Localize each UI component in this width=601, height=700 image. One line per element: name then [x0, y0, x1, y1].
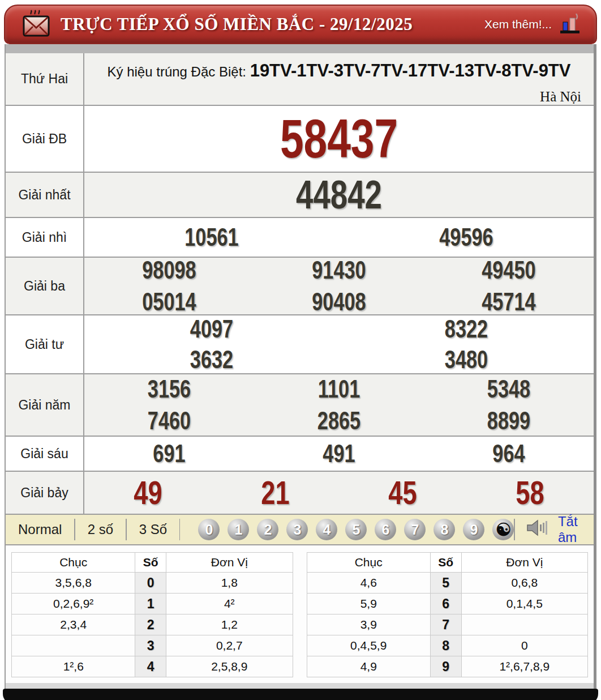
tens-cell: 3,9 — [307, 614, 430, 635]
units-cell: 1,2 — [166, 614, 293, 635]
mode-normal-button[interactable]: Normal — [6, 522, 74, 537]
province-name: Hà Nội — [84, 81, 594, 105]
bar-chart-icon[interactable] — [559, 14, 581, 35]
units-cell: 0 — [461, 635, 587, 656]
prize-row-nam: Giải năm 3156 1101 5348 7460 2865 8899 — [6, 374, 594, 436]
tens-cell: 4,6 — [307, 573, 430, 594]
stats-header-row: Chục Số Đơn Vị — [307, 553, 588, 573]
ball-7[interactable]: 7 — [404, 519, 426, 540]
info-row: Thứ Hai Ký hiệu trúng Đặc Biệt: 19TV-1TV… — [6, 53, 594, 105]
stats-row: 3,5,6,8 0 1,8 — [12, 573, 293, 594]
digit-cell: 2 — [135, 614, 166, 635]
digit-cell: 3 — [135, 635, 166, 656]
stats-row: 3,9 7 — [307, 614, 588, 635]
prize-number: 1101 — [273, 377, 405, 402]
tens-cell: 0,2,6,9² — [12, 594, 135, 614]
col-header-tens: Chục — [307, 553, 430, 573]
mute-button[interactable]: Tắt âm — [526, 514, 580, 545]
tens-cell: 5,9 — [307, 594, 430, 614]
prize-number: 691 — [103, 441, 235, 466]
ball-6[interactable]: 6 — [375, 519, 396, 540]
main-panel: Thứ Hai Ký hiệu trúng Đặc Biệt: 19TV-1TV… — [5, 44, 596, 689]
yin-yang-icon[interactable]: ☯ — [492, 519, 514, 540]
see-more-link[interactable]: Xem thêm!... — [484, 18, 552, 31]
tens-cell: 4,9 — [307, 656, 430, 677]
col-header-digit: Số — [430, 553, 461, 573]
prize-row-sau: Giải sáu 691 491 964 — [6, 436, 594, 471]
prize-number: 91430 — [273, 258, 405, 283]
digit-cell: 4 — [135, 656, 166, 677]
stats-row: 4,6 5 0,6,8 — [307, 573, 588, 594]
mode-3so-button[interactable]: 3 Số — [127, 522, 179, 537]
digit-cell: 0 — [135, 573, 166, 594]
prize-number: 4097 — [113, 317, 311, 342]
digit-cell: 8 — [430, 635, 461, 656]
prize-number: 49 — [98, 476, 198, 509]
stats-row: 5,9 6 0,1,4,5 — [307, 594, 588, 614]
prize-number: 45714 — [443, 289, 575, 314]
mode-2so-button[interactable]: 2 số — [75, 522, 126, 537]
col-header-units: Đơn Vị — [461, 553, 587, 573]
speaker-icon — [526, 519, 552, 540]
special-sign-value: 19TV-1TV-3TV-7TV-17TV-13TV-8TV-9TV — [250, 61, 571, 80]
digit-cell: 7 — [430, 614, 461, 635]
footer-strip — [6, 683, 594, 689]
prize-number: 5348 — [443, 377, 575, 402]
tens-cell: 2,3,4 — [12, 614, 135, 635]
prize-number: 44842 — [140, 175, 538, 215]
tens-cell: 3,5,6,8 — [12, 573, 135, 594]
prize-row-nhi: Giải nhì 10561 49596 — [6, 217, 594, 257]
bottom-bar — [3, 689, 598, 700]
ball-5[interactable]: 5 — [345, 519, 367, 540]
units-cell: 2,5,8,9 — [166, 656, 293, 677]
prize-label: Giải ba — [6, 257, 84, 315]
envelope-icon — [21, 9, 51, 40]
prize-label: Giải sáu — [6, 436, 84, 471]
ball-4[interactable]: 4 — [316, 519, 337, 540]
ball-0[interactable]: 0 — [198, 519, 220, 540]
stats-row: 1²,6 4 2,5,8,9 — [12, 656, 293, 677]
ball-8[interactable]: 8 — [433, 519, 455, 540]
prize-number: 3156 — [103, 377, 235, 402]
stats-row: 0,2,6,9² 1 4² — [12, 594, 293, 614]
ball-3[interactable]: 3 — [286, 519, 308, 540]
mute-label: Tắt âm — [558, 514, 580, 545]
digit-cell: 9 — [430, 656, 461, 677]
results-table: Thứ Hai Ký hiệu trúng Đặc Biệt: 19TV-1TV… — [6, 53, 594, 515]
special-sign-label: Ký hiệu trúng Đặc Biệt: — [108, 64, 246, 79]
toolbar-divider — [179, 519, 180, 540]
prize-number: 3632 — [113, 347, 311, 372]
prize-number: 49596 — [367, 225, 566, 250]
prize-row-nhat: Giải nhất 44842 — [6, 172, 594, 217]
stats-table-right: Chục Số Đơn Vị 4,6 5 0,6,8 5,9 6 0,1,4,5… — [307, 552, 589, 677]
prize-number: 05014 — [103, 289, 235, 314]
number-balls: 0 1 2 3 4 5 6 7 8 9 ☯ — [198, 519, 514, 540]
prize-number: 8899 — [443, 408, 575, 433]
prize-number: 3480 — [367, 347, 566, 372]
toolbar: Normal 2 số 3 Số 0 1 2 3 4 5 6 7 8 9 ☯ — [6, 515, 594, 545]
divider-strip — [6, 44, 594, 53]
header-bar: TRỰC TIẾP XỔ SỐ MIỀN BẮC - 29/12/2025 Xe… — [4, 5, 597, 44]
prize-number: 98098 — [103, 258, 235, 283]
ball-9[interactable]: 9 — [463, 519, 484, 540]
page-title: TRỰC TIẾP XỔ SỐ MIỀN BẮC - 29/12/2025 — [61, 14, 413, 35]
units-cell: 0,6,8 — [461, 573, 587, 594]
units-cell: 0,2,7 — [166, 635, 293, 656]
units-cell: 4² — [166, 594, 293, 614]
prize-label: Giải nhất — [6, 172, 84, 217]
stats-row: 4,9 9 1²,6,7,8,9 — [307, 656, 588, 677]
stats-table-left: Chục Số Đơn Vị 3,5,6,8 0 1,8 0,2,6,9² 1 … — [11, 552, 293, 677]
prize-label: Giải tư — [6, 315, 84, 374]
units-cell — [461, 614, 587, 635]
prize-label: Giải bảy — [6, 471, 84, 514]
digit-stats: Chục Số Đơn Vị 3,5,6,8 0 1,8 0,2,6,9² 1 … — [6, 545, 594, 683]
ball-2[interactable]: 2 — [257, 519, 278, 540]
prize-number: 491 — [273, 441, 405, 466]
ball-1[interactable]: 1 — [227, 519, 249, 540]
prize-row-ba: Giải ba 98098 91430 49450 05014 90408 45… — [6, 257, 594, 315]
prize-label: Giải nhì — [6, 217, 84, 257]
prize-row-db: Giải ĐB 58437 — [6, 105, 594, 172]
prize-number: 10561 — [113, 225, 311, 250]
prize-row-tu: Giải tư 4097 8322 3632 3480 — [6, 315, 594, 374]
weekday-label: Thứ Hai — [6, 53, 84, 105]
